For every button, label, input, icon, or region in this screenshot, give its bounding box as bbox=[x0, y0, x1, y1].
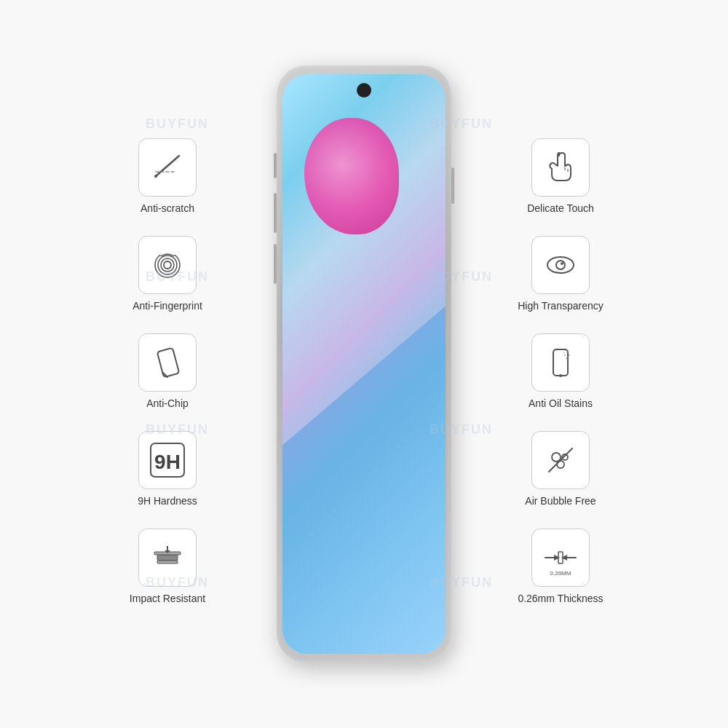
anti-oil-stains-icon-box bbox=[531, 333, 590, 392]
thickness-icon-box: 0.26MM bbox=[531, 529, 590, 587]
anti-oil-stains-label: Anti Oil Stains bbox=[529, 397, 593, 409]
svg-text:0.26MM: 0.26MM bbox=[550, 570, 571, 577]
feature-9h-hardness: 9H 9H Hardness bbox=[138, 431, 197, 507]
svg-rect-12 bbox=[157, 555, 178, 561]
svg-point-3 bbox=[164, 261, 171, 269]
feature-air-bubble-free: Air Bubble Free bbox=[525, 431, 596, 507]
svg-marker-35 bbox=[561, 555, 567, 561]
9h-hardness-icon-box: 9H bbox=[138, 431, 197, 489]
svg-rect-22 bbox=[553, 349, 568, 376]
screen-pink-bubble bbox=[304, 118, 399, 234]
right-features-column: Delicate Touch High Transparency bbox=[480, 124, 641, 604]
anti-scratch-icon bbox=[149, 149, 186, 186]
svg-point-28 bbox=[552, 453, 561, 462]
screen-diagonal-overlay bbox=[282, 306, 446, 654]
impact-resistant-label: Impact Resistant bbox=[130, 593, 205, 604]
phone-screen-content bbox=[282, 74, 446, 654]
anti-chip-icon bbox=[149, 344, 186, 381]
svg-point-19 bbox=[547, 257, 574, 273]
high-transparency-label: High Transparency bbox=[518, 300, 604, 312]
air-bubble-free-icon bbox=[542, 441, 579, 479]
9h-hardness-icon: 9H bbox=[145, 438, 190, 483]
svg-point-26 bbox=[569, 355, 570, 356]
feature-anti-scratch: Anti-scratch bbox=[138, 138, 197, 214]
left-features-column: Anti-scratch Anti-Fingerprint bbox=[87, 124, 248, 604]
phone-screen bbox=[282, 74, 446, 654]
svg-point-27 bbox=[564, 355, 566, 356]
anti-fingerprint-label: Anti-Fingerprint bbox=[132, 300, 202, 312]
high-transparency-icon bbox=[542, 246, 579, 284]
anti-chip-label: Anti-Chip bbox=[146, 397, 189, 409]
svg-point-6 bbox=[155, 253, 180, 277]
svg-point-20 bbox=[556, 261, 565, 269]
svg-point-4 bbox=[161, 258, 174, 272]
phone-button-right bbox=[451, 167, 454, 204]
svg-line-0 bbox=[156, 156, 179, 176]
phone-button-left-3 bbox=[274, 244, 277, 284]
feature-delicate-touch: Delicate Touch bbox=[527, 138, 594, 214]
air-bubble-free-label: Air Bubble Free bbox=[525, 495, 596, 507]
thickness-icon: 0.26MM bbox=[538, 535, 583, 580]
svg-point-25 bbox=[566, 357, 569, 360]
center-phone-area bbox=[248, 66, 480, 662]
anti-fingerprint-icon bbox=[149, 246, 186, 284]
feature-anti-fingerprint: Anti-Fingerprint bbox=[132, 236, 202, 312]
9h-hardness-label: 9H Hardness bbox=[138, 495, 197, 507]
svg-marker-33 bbox=[554, 555, 560, 561]
svg-rect-14 bbox=[157, 561, 178, 563]
delicate-touch-icon-box bbox=[531, 138, 590, 197]
delicate-touch-label: Delicate Touch bbox=[527, 202, 594, 214]
feature-thickness: 0.26MM 0.26mm Thickness bbox=[518, 529, 603, 604]
air-bubble-free-icon-box bbox=[531, 431, 590, 489]
main-layout: BUYFUN BUYFUN BUYFUN BUYFUN BUYFUN BUYFU… bbox=[0, 0, 728, 728]
anti-oil-stains-icon bbox=[542, 344, 579, 381]
anti-fingerprint-icon-box bbox=[138, 236, 197, 294]
svg-text:9H: 9H bbox=[154, 451, 181, 473]
feature-impact-resistant: Impact Resistant bbox=[130, 529, 205, 604]
feature-high-transparency: High Transparency bbox=[518, 236, 604, 312]
impact-resistant-icon-box bbox=[138, 529, 197, 587]
phone-button-left-1 bbox=[274, 153, 277, 178]
phone-button-left-2 bbox=[274, 193, 277, 233]
phone-device bbox=[277, 66, 451, 662]
feature-anti-chip: Anti-Chip bbox=[138, 333, 197, 409]
anti-chip-icon-box bbox=[138, 333, 197, 392]
thickness-label: 0.26mm Thickness bbox=[518, 593, 603, 604]
anti-scratch-label: Anti-scratch bbox=[141, 202, 194, 214]
phone-camera bbox=[357, 83, 371, 98]
svg-point-21 bbox=[561, 262, 563, 265]
feature-anti-oil-stains: Anti Oil Stains bbox=[529, 333, 593, 409]
svg-point-23 bbox=[559, 374, 562, 377]
high-transparency-icon-box bbox=[531, 236, 590, 294]
delicate-touch-icon bbox=[542, 149, 579, 186]
svg-point-2 bbox=[154, 175, 157, 178]
anti-scratch-icon-box bbox=[138, 138, 197, 197]
impact-resistant-icon bbox=[149, 539, 186, 577]
svg-rect-7 bbox=[149, 246, 186, 255]
svg-rect-8 bbox=[157, 348, 180, 377]
